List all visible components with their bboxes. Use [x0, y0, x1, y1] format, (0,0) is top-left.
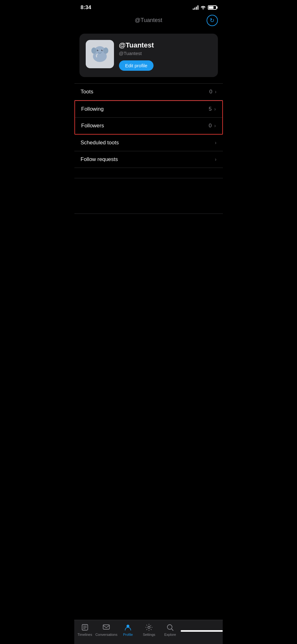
wifi-icon	[200, 5, 206, 10]
svg-point-6	[98, 50, 98, 50]
status-time: 8:34	[81, 4, 91, 11]
menu-item-follow-requests[interactable]: Follow requests ›	[74, 151, 223, 168]
spacer-1	[74, 178, 223, 188]
profile-handle: @Tuantest	[119, 51, 212, 56]
menu-item-scheduled-toots[interactable]: Scheduled toots ›	[74, 135, 223, 151]
menu-item-right-toots: 0 ›	[209, 89, 217, 95]
avatar	[86, 40, 114, 68]
menu-list: Toots 0 › Following 5 › Followers 0 › Sc…	[74, 83, 223, 168]
edit-profile-button[interactable]: Edit profile	[119, 60, 154, 71]
profile-display-name: @Tuantest	[119, 41, 212, 49]
svg-point-7	[102, 50, 103, 50]
menu-item-label-follow-requests: Follow requests	[81, 156, 118, 163]
signal-icon	[193, 5, 198, 10]
chevron-icon-follow-requests: ›	[215, 157, 216, 162]
status-bar: 8:34	[74, 0, 223, 13]
svg-point-3	[103, 47, 108, 54]
chevron-icon-toots: ›	[215, 89, 216, 95]
profile-card: @Tuantest @Tuantest Edit profile	[79, 34, 218, 77]
menu-item-toots[interactable]: Toots 0 ›	[74, 83, 223, 100]
header: @Tuantest ↻	[74, 13, 223, 29]
refresh-button[interactable]: ↻	[207, 15, 218, 26]
svg-point-5	[101, 50, 103, 51]
battery-icon	[208, 5, 217, 10]
menu-item-label-toots: Toots	[81, 89, 94, 95]
menu-item-following[interactable]: Following 5 ›	[75, 101, 222, 118]
menu-item-label-scheduled: Scheduled toots	[81, 140, 119, 146]
menu-item-value-following: 5	[209, 106, 212, 112]
menu-item-value-toots: 0	[209, 89, 212, 95]
menu-item-label-followers: Followers	[81, 123, 104, 129]
svg-point-4	[97, 50, 98, 51]
bottom-spacer	[74, 214, 223, 252]
status-icons	[193, 5, 217, 10]
menu-item-label-following: Following	[81, 106, 104, 112]
menu-item-right-follow-requests: ›	[215, 157, 216, 162]
spacer-2	[74, 188, 223, 214]
menu-item-value-followers: 0	[209, 123, 212, 129]
chevron-icon-following: ›	[214, 106, 216, 112]
menu-item-right-followers: 0 ›	[209, 123, 216, 129]
highlighted-section: Following 5 › Followers 0 ›	[74, 100, 223, 135]
profile-section: @Tuantest @Tuantest Edit profile	[74, 29, 223, 83]
chevron-icon-followers: ›	[214, 123, 216, 129]
menu-item-right-scheduled: ›	[215, 140, 216, 146]
header-title: @Tuantest	[135, 17, 162, 24]
menu-item-followers[interactable]: Followers 0 ›	[75, 118, 222, 134]
refresh-icon: ↻	[210, 17, 214, 24]
profile-info: @Tuantest @Tuantest Edit profile	[119, 40, 212, 71]
menu-item-right-following: 5 ›	[209, 106, 216, 112]
chevron-icon-scheduled: ›	[215, 140, 216, 146]
avatar-elephant-icon	[89, 43, 111, 65]
svg-point-2	[91, 47, 96, 54]
